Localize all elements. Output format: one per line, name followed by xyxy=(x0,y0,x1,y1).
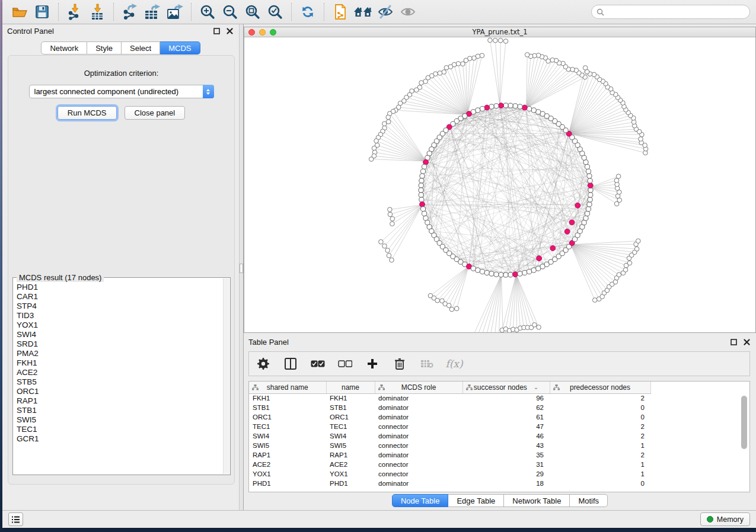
mcds-result-item[interactable]: SWI4 xyxy=(17,330,223,339)
mcds-result-item[interactable]: FKH1 xyxy=(17,358,223,368)
graph-node[interactable] xyxy=(480,106,484,111)
mcds-result-item[interactable]: STB1 xyxy=(17,406,223,415)
graph-node[interactable] xyxy=(527,269,531,274)
graph-node[interactable] xyxy=(494,272,499,277)
table-cell-role[interactable]: dominator xyxy=(375,479,462,488)
graph-leaf-node[interactable] xyxy=(592,298,597,303)
graph-node[interactable] xyxy=(518,271,522,276)
graph-mcds-node[interactable] xyxy=(588,183,593,188)
graph-node[interactable] xyxy=(586,207,591,211)
graph-leaf-node[interactable] xyxy=(537,325,541,330)
graph-leaf-node[interactable] xyxy=(472,56,477,60)
graph-node[interactable] xyxy=(588,193,593,197)
table-row[interactable]: FKH1FKH1dominator962 xyxy=(249,393,650,403)
table-cell-name[interactable]: ORC1 xyxy=(326,412,375,422)
table-cell-shared-name[interactable]: RAP1 xyxy=(249,450,326,460)
graph-leaf-node[interactable] xyxy=(614,178,619,183)
graph-node[interactable] xyxy=(476,268,480,273)
network-window-titlebar[interactable]: YPA_prune.txt_1 xyxy=(244,27,755,37)
graph-node[interactable] xyxy=(422,211,426,216)
table-cell-name[interactable]: ACE2 xyxy=(326,460,375,469)
table-cell-shared-name[interactable]: TEC1 xyxy=(249,422,326,431)
export-image-icon[interactable] xyxy=(164,2,186,22)
graph-leaf-node[interactable] xyxy=(493,38,498,43)
graph-node[interactable] xyxy=(499,273,503,277)
deselect-all-icon[interactable] xyxy=(338,356,352,371)
graph-leaf-node[interactable] xyxy=(435,298,440,303)
graph-leaf-node[interactable] xyxy=(438,71,442,76)
table-cell-successors[interactable]: 61 xyxy=(462,412,550,422)
graph-mcds-node[interactable] xyxy=(420,202,425,207)
graph-mcds-node[interactable] xyxy=(537,256,542,261)
graph-node[interactable] xyxy=(471,266,476,271)
graph-node[interactable] xyxy=(420,169,425,174)
network-graph[interactable] xyxy=(244,37,755,332)
table-row[interactable]: YOX1YOX1connector291 xyxy=(249,469,650,479)
graph-node[interactable] xyxy=(587,202,592,207)
graph-mcds-node[interactable] xyxy=(513,272,518,277)
graph-node[interactable] xyxy=(588,178,592,183)
graph-node[interactable] xyxy=(503,273,508,277)
table-cell-role[interactable]: dominator xyxy=(375,450,462,460)
table-cell-shared-name[interactable]: ACE2 xyxy=(249,460,326,469)
table-cell-predecessors[interactable]: 1 xyxy=(550,460,650,469)
search-field[interactable] xyxy=(591,5,750,19)
table-cell-role[interactable]: dominator xyxy=(375,403,462,412)
table-cell-role[interactable]: dominator xyxy=(375,412,462,422)
table-cell-successors[interactable]: 46 xyxy=(462,431,550,441)
table-cell-predecessors[interactable]: 0 xyxy=(550,412,650,422)
graph-leaf-node[interactable] xyxy=(639,137,643,142)
table-cell-predecessors[interactable]: 2 xyxy=(550,431,650,441)
graph-leaf-node[interactable] xyxy=(532,323,537,328)
table-cell-predecessors[interactable]: 2 xyxy=(550,422,650,431)
splitter-grip[interactable] xyxy=(240,264,243,273)
table-row[interactable]: STB1STB1dominator620 xyxy=(249,403,650,412)
memory-button[interactable]: Memory xyxy=(700,512,750,526)
table-cell-successors[interactable]: 62 xyxy=(462,403,550,412)
mcds-result-item[interactable]: GCR1 xyxy=(17,434,223,444)
graph-node[interactable] xyxy=(531,268,536,273)
graph-leaf-node[interactable] xyxy=(390,222,395,226)
graph-mcds-node[interactable] xyxy=(564,229,570,234)
delete-table-icon[interactable] xyxy=(420,356,434,371)
optimization-criterion-select[interactable]: largest connected component (undirected) xyxy=(29,85,214,98)
mcds-result-item[interactable]: PMA2 xyxy=(17,349,223,358)
graph-node[interactable] xyxy=(419,193,423,197)
table-row[interactable]: PHD1PHD1dominator180 xyxy=(249,479,650,488)
graph-node[interactable] xyxy=(582,220,586,225)
column-header-predecessor-nodes[interactable]: predecessor nodes xyxy=(550,382,650,393)
table-cell-predecessors[interactable]: 0 xyxy=(550,479,650,488)
houses-icon[interactable] xyxy=(352,2,374,22)
table-row[interactable]: SWI5SWI5connector431 xyxy=(249,441,650,450)
close-window-icon[interactable] xyxy=(248,29,255,36)
graph-mcds-node[interactable] xyxy=(499,103,504,108)
close-table-panel-icon[interactable] xyxy=(742,337,751,347)
zoom-fit-icon[interactable] xyxy=(241,2,264,22)
maximize-window-icon[interactable] xyxy=(270,29,276,36)
graph-leaf-node[interactable] xyxy=(550,58,555,63)
mcds-result-list[interactable]: PHD1CAR1STP4TID3YOX1SWI4SRD1PMA2FKH1ACE2… xyxy=(13,281,223,474)
float-panel-icon[interactable] xyxy=(212,27,221,36)
graph-leaf-node[interactable] xyxy=(634,246,639,251)
mcds-result-item[interactable]: TID3 xyxy=(17,311,223,321)
table-cell-predecessors[interactable]: 2 xyxy=(550,450,650,460)
select-all-icon[interactable] xyxy=(311,356,325,371)
graph-node[interactable] xyxy=(587,174,592,178)
table-cell-role[interactable]: connector xyxy=(375,441,462,450)
table-cell-role[interactable]: connector xyxy=(375,422,462,431)
run-mcds-button[interactable]: Run MCDS xyxy=(58,106,117,120)
graph-leaf-node[interactable] xyxy=(454,306,459,311)
graph-node[interactable] xyxy=(503,103,508,108)
mcds-result-scrollbar[interactable] xyxy=(223,278,229,474)
close-panel-button[interactable]: Close panel xyxy=(125,106,186,120)
graph-node[interactable] xyxy=(480,269,484,274)
graph-leaf-node[interactable] xyxy=(636,239,640,243)
table-cell-name[interactable]: PHD1 xyxy=(326,479,375,488)
add-column-icon[interactable] xyxy=(365,356,379,371)
table-cell-name[interactable]: STB1 xyxy=(326,403,375,412)
tab-mcds[interactable]: MCDS xyxy=(160,41,200,55)
table-row[interactable]: ORC1ORC1dominator610 xyxy=(249,412,650,422)
mcds-result-item[interactable]: ORC1 xyxy=(17,387,223,396)
graph-node[interactable] xyxy=(419,183,423,188)
gear-icon[interactable] xyxy=(256,356,270,371)
